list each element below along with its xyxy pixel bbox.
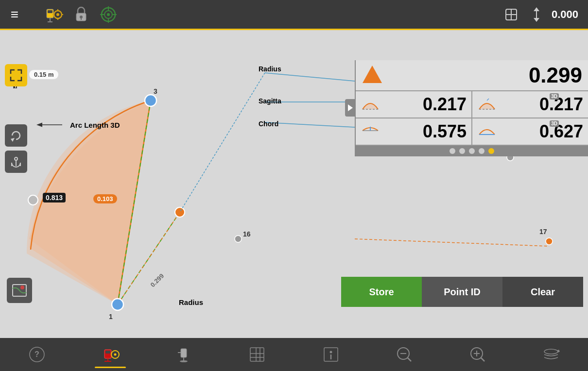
- svg-rect-66: [105, 351, 110, 354]
- svg-line-59: [487, 99, 489, 101]
- svg-text:?: ?: [35, 350, 39, 358]
- clear-button[interactable]: Clear: [502, 277, 583, 307]
- dot-2[interactable]: [459, 148, 465, 154]
- svg-rect-75: [250, 348, 264, 361]
- help-tools-button[interactable]: ?: [17, 340, 56, 369]
- zoom-in-button[interactable]: [458, 340, 497, 369]
- svg-point-54: [20, 286, 24, 289]
- dot-1[interactable]: [450, 148, 455, 154]
- total-station-button[interactable]: [164, 340, 203, 369]
- svg-point-33: [112, 299, 123, 310]
- svg-marker-25: [534, 18, 539, 22]
- sagitta-value: 0.575: [423, 121, 467, 142]
- svg-point-90: [544, 349, 558, 354]
- anchor-tool[interactable]: [5, 151, 27, 173]
- svg-point-73: [180, 360, 188, 362]
- svg-line-85: [408, 358, 411, 361]
- survey-icon[interactable]: [44, 4, 64, 25]
- svg-point-37: [546, 238, 553, 245]
- svg-marker-55: [348, 104, 353, 111]
- radius-map-label: Radius: [179, 298, 203, 306]
- arc-2d-cell: 0.217: [356, 91, 472, 118]
- grid-view-button[interactable]: [238, 340, 277, 369]
- map-canvas[interactable]: 0.299 N 0.15 m Arc Length 3D 0.813 0.103…: [0, 30, 588, 341]
- point-1-label: 1: [109, 313, 113, 320]
- distance-display: 0.000: [552, 8, 578, 21]
- expand-tool[interactable]: [5, 64, 27, 86]
- zoom-out-button[interactable]: [385, 340, 424, 369]
- radius-annotation-label: Radius: [259, 65, 281, 73]
- arc-3d-cell: 3D 0.217: [472, 91, 588, 118]
- svg-point-81: [329, 351, 332, 354]
- settings-icon[interactable]: [501, 4, 521, 25]
- svg-line-89: [481, 358, 484, 361]
- sagitta-annotation-label: Sagitta: [259, 97, 281, 105]
- info-view-button[interactable]: [311, 340, 350, 369]
- map-button[interactable]: [7, 278, 32, 303]
- chord-annotation-label: Chord: [259, 120, 278, 128]
- info-row1: 0.299: [356, 60, 588, 91]
- radius-cone-icon: [362, 64, 383, 87]
- svg-point-70: [114, 354, 116, 356]
- left-tools: [5, 64, 27, 173]
- svg-point-15: [107, 13, 110, 16]
- svg-marker-56: [363, 66, 382, 83]
- svg-marker-48: [11, 138, 15, 142]
- radius-value: 0.299: [529, 63, 582, 87]
- lock-icon[interactable]: [71, 4, 91, 25]
- svg-line-30: [355, 239, 549, 246]
- chord-cell: 3D 0.627: [472, 118, 588, 145]
- arc-length-label: Arc Length 3D: [70, 121, 120, 129]
- svg-point-49: [15, 157, 17, 160]
- point-17-label: 17: [539, 228, 547, 236]
- point-3-label: 3: [154, 87, 157, 95]
- info-row2: 0.217 3D 0.217: [356, 91, 588, 118]
- menu-icon: ≡: [11, 7, 18, 22]
- chord-value: 0.627: [539, 121, 583, 142]
- panel-collapse-button[interactable]: [345, 99, 356, 117]
- arc-length-value: 0.813: [43, 193, 66, 202]
- store-button[interactable]: Store: [341, 277, 422, 307]
- svg-point-32: [145, 95, 156, 106]
- point-16-label: 16: [243, 230, 251, 238]
- 3d-badge: 3D: [550, 93, 559, 100]
- menu-button[interactable]: ≡: [0, 0, 29, 30]
- arc-2d-icon: [361, 96, 380, 113]
- svg-marker-23: [534, 7, 539, 11]
- svg-point-5: [56, 13, 59, 16]
- sagitta-icon: [361, 123, 380, 140]
- svg-rect-1: [48, 10, 52, 13]
- svg-text:0.299: 0.299: [149, 272, 166, 289]
- bottom-toolbar: ?: [0, 338, 588, 371]
- info-dots: [356, 146, 588, 156]
- bottom-buttons: Store Point ID Clear: [341, 277, 583, 307]
- distance-value: 0.000: [552, 8, 578, 21]
- point-id-button[interactable]: Point ID: [422, 277, 502, 307]
- scale-bar: 0.15 m: [29, 70, 58, 79]
- svg-point-38: [28, 195, 38, 205]
- sagitta-cell: 0.575: [356, 118, 472, 145]
- survey-equipment-button[interactable]: [91, 340, 130, 369]
- svg-line-40: [180, 73, 265, 212]
- arc-3d-value: 0.217: [539, 94, 583, 115]
- svg-point-11: [80, 16, 83, 18]
- arc-length-annotation: Arc Length 3D: [33, 118, 120, 132]
- svg-line-39: [265, 73, 355, 81]
- dot-5[interactable]: [488, 148, 494, 154]
- layers-button[interactable]: [532, 340, 571, 369]
- top-toolbar: ≡: [0, 0, 588, 30]
- rotate-tool[interactable]: [5, 124, 27, 147]
- arc-3d-icon: [477, 96, 497, 113]
- target-icon[interactable]: [98, 4, 119, 25]
- svg-rect-71: [181, 349, 187, 357]
- info-row3: 0.575 3D 0.627: [356, 118, 588, 146]
- info-panel: 0.299 0.217 3D: [355, 60, 588, 156]
- svg-point-34: [235, 236, 242, 242]
- inner-value: 0.103: [93, 194, 117, 203]
- dot-3[interactable]: [469, 148, 475, 154]
- chord-icon: [477, 123, 497, 140]
- height-arrows-icon[interactable]: [526, 4, 547, 25]
- dot-4[interactable]: [479, 148, 484, 154]
- chord-3d-badge: 3D: [550, 120, 559, 127]
- arc-2d-value: 0.217: [423, 94, 467, 115]
